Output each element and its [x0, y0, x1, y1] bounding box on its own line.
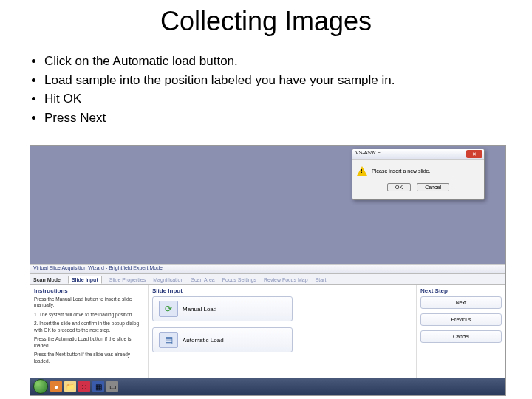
previous-button[interactable]: Previous [420, 313, 502, 326]
slide-input-panel: Slide Input ⟳ Manual Load ▤ Automatic Lo… [149, 285, 417, 378]
firefox-icon[interactable]: ● [50, 381, 62, 392]
dialog-body: Please insert a new slide. [352, 160, 484, 182]
tab-review-focus[interactable]: Review Focus Map [264, 277, 308, 282]
app-icon[interactable]: ▭ [106, 381, 118, 392]
tab-start[interactable]: Start [316, 277, 327, 282]
bullet-item: Load sample into the position labeled yo… [44, 71, 532, 90]
ok-button[interactable]: OK [387, 183, 411, 191]
automatic-load-button[interactable]: ▤ Automatic Load [152, 327, 293, 352]
manual-load-button[interactable]: ⟳ Manual Load [152, 296, 293, 321]
close-icon[interactable]: ✕ [466, 150, 482, 158]
tab-slide-properties[interactable]: Slide Properties [109, 277, 146, 282]
next-step-heading: Next Step [420, 287, 502, 294]
tab-slide-input[interactable]: Slide Input [68, 276, 102, 284]
start-button[interactable] [33, 379, 48, 394]
dialog-titlebar: VS-ASW FL ✕ [352, 149, 484, 160]
dialog-message: Please insert a new slide. [372, 168, 430, 174]
warning-icon [357, 166, 367, 176]
explorer-icon[interactable]: 📁 [64, 381, 76, 392]
cancel-button[interactable]: Cancel [417, 183, 449, 191]
app-icon[interactable]: ▦ [92, 381, 104, 392]
instruction-line: 1. The system will drive to the loading … [34, 312, 144, 318]
next-button[interactable]: Next [420, 296, 502, 309]
app-workspace: VS-ASW FL ✕ Please insert a new slide. O… [30, 146, 505, 264]
instructions-heading: Instructions [34, 287, 144, 294]
instruction-line: Press the Automatic Load button if the s… [34, 336, 144, 349]
embedded-screenshot: VS-ASW FL ✕ Please insert a new slide. O… [30, 145, 506, 396]
next-step-panel: Next Step Next Previous Cancel [417, 285, 505, 378]
tab-focus-settings[interactable]: Focus Settings [222, 277, 256, 282]
taskbar: ● 📁 ∷ ▦ ▭ [30, 378, 505, 395]
automatic-load-label: Automatic Load [183, 337, 224, 344]
instructions-panel: Instructions Press the Manual Load butto… [30, 285, 149, 378]
confirm-dialog: VS-ASW FL ✕ Please insert a new slide. O… [352, 149, 485, 200]
dialog-title-text: VS-ASW FL [355, 150, 383, 155]
slide-title: Collecting Images [0, 6, 532, 37]
manual-load-icon: ⟳ [159, 301, 178, 317]
cancel-wizard-button[interactable]: Cancel [420, 330, 502, 343]
wizard-tabs: Scan Mode Slide Input Slide Properties M… [30, 274, 505, 285]
wizard-body: Instructions Press the Manual Load butto… [30, 285, 505, 378]
bullet-item: Click on the Automatic load button. [44, 52, 532, 71]
slide: Collecting Images Click on the Automatic… [0, 0, 532, 399]
tab-scan-mode[interactable]: Scan Mode [33, 277, 61, 282]
slide-input-heading: Slide Input [152, 287, 412, 294]
tab-magnification[interactable]: Magnification [153, 277, 183, 282]
bullet-list: Click on the Automatic load button. Load… [44, 52, 532, 127]
bullet-item: Press Next [44, 109, 532, 128]
wizard-titlebar: Virtual Slice Acquisition Wizard - Brigh… [30, 264, 505, 274]
instruction-line: Press the Manual Load button to insert a… [34, 296, 144, 309]
app-icon[interactable]: ∷ [78, 381, 90, 392]
manual-load-label: Manual Load [183, 306, 216, 313]
bullet-item: Hit OK [44, 89, 532, 109]
instruction-line: 2. Insert the slide and confirm in the p… [34, 321, 144, 333]
dialog-buttons: OK Cancel [352, 182, 484, 194]
instruction-line: Press the Next button if the slide was a… [34, 352, 144, 364]
automatic-load-icon: ▤ [159, 332, 178, 348]
tab-scan-area[interactable]: Scan Area [191, 277, 214, 282]
